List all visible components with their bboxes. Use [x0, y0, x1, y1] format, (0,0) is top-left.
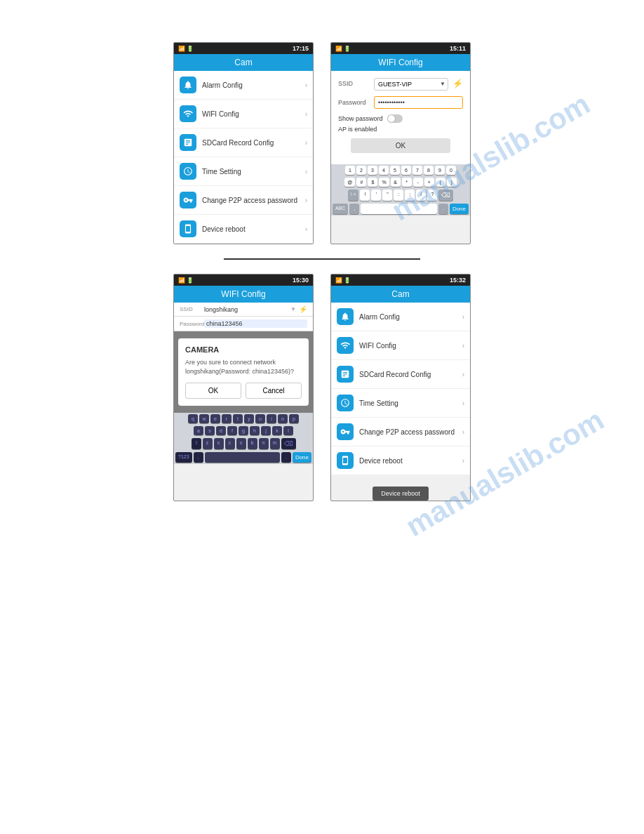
- kb-blue-m[interactable]: m: [270, 438, 280, 449]
- kb-blue-y[interactable]: y: [244, 414, 254, 423]
- menu-item-sdcard[interactable]: SDCard Record Config ›: [174, 128, 313, 157]
- kb-key-6[interactable]: 6: [401, 166, 411, 175]
- kb-key-squote[interactable]: ': [371, 190, 381, 201]
- chevron-alarm: ›: [305, 81, 307, 89]
- kb-key-done[interactable]: Done: [450, 204, 469, 214]
- kb-key-5[interactable]: 5: [390, 166, 400, 175]
- kb-blue-period[interactable]: .: [281, 452, 291, 463]
- kb-key-abc[interactable]: ABC: [333, 204, 348, 214]
- kb-blue-l[interactable]: l: [283, 426, 293, 435]
- menu-item-p2p[interactable]: Change P2P access password ›: [174, 186, 313, 215]
- kb-key-plus[interactable]: +: [424, 178, 434, 187]
- kb-key-percent[interactable]: %: [379, 178, 389, 187]
- kb-blue-w[interactable]: w: [199, 414, 209, 423]
- kb-key-2[interactable]: 2: [356, 166, 366, 175]
- kb-blue-shift[interactable]: ⇧: [192, 438, 201, 449]
- kb-key-4[interactable]: 4: [379, 166, 389, 175]
- kb-blue-c[interactable]: c: [225, 438, 235, 449]
- kb-key-dquote[interactable]: ": [382, 190, 392, 201]
- kb-blue-space[interactable]: [205, 452, 280, 463]
- dialog-ok-button[interactable]: OK: [185, 383, 241, 399]
- kb-key-at[interactable]: @: [344, 178, 355, 187]
- menu-item-p2p-4[interactable]: Change P2P access password ›: [331, 418, 470, 446]
- kb-blue-p[interactable]: p: [289, 414, 299, 423]
- kb-key-7[interactable]: 7: [412, 166, 422, 175]
- menu-item-time[interactable]: Time Setting ›: [174, 157, 313, 186]
- ssid-dropdown[interactable]: GUEST-VIP: [374, 78, 448, 91]
- kb-blue-o[interactable]: o: [278, 414, 288, 423]
- kb-key-comma[interactable]: ,: [349, 204, 359, 214]
- kb-key-colon[interactable]: :: [394, 190, 403, 201]
- kb-blue-x[interactable]: x: [214, 438, 224, 449]
- kb-key-slash[interactable]: /: [416, 190, 426, 201]
- status-time-3: 15:30: [293, 277, 309, 284]
- kb-blue-e[interactable]: e: [210, 414, 220, 423]
- charge-icon-3: ⚡: [299, 305, 307, 313]
- dialog-cancel-button[interactable]: Cancel: [246, 383, 302, 399]
- kb-key-8[interactable]: 8: [424, 166, 434, 175]
- kb-key-lparen[interactable]: (: [436, 178, 445, 187]
- kb-key-star[interactable]: *: [402, 178, 412, 187]
- kb-blue-n[interactable]: n: [259, 438, 269, 449]
- menu-item-time-4[interactable]: Time Setting ›: [331, 389, 470, 418]
- battery-icon-3: 🔋: [187, 277, 194, 284]
- kb-blue-q[interactable]: q: [188, 414, 198, 423]
- kb-blue-backspace[interactable]: ⌫: [281, 438, 296, 449]
- show-password-toggle[interactable]: [387, 114, 403, 123]
- ssid-row: SSID GUEST-VIP ▼ ⚡: [338, 77, 463, 91]
- kb-key-0[interactable]: 0: [446, 166, 456, 175]
- kb-blue-d[interactable]: d: [216, 426, 226, 435]
- cam-title-4: Cam: [331, 286, 470, 303]
- alarm-icon-4: [337, 308, 354, 325]
- chevron-wifi: ›: [305, 110, 307, 118]
- menu-item-reboot[interactable]: Device reboot ›: [174, 215, 313, 244]
- kb-key-backslash[interactable]: \ <: [348, 190, 359, 201]
- kb-blue-b[interactable]: b: [248, 438, 257, 449]
- kb-key-minus[interactable]: -: [413, 178, 423, 187]
- chevron-reboot-4: ›: [462, 457, 464, 465]
- kb-blue-a[interactable]: a: [194, 426, 203, 435]
- kb-blue-h[interactable]: h: [250, 426, 260, 435]
- kb-key-semicolon[interactable]: ;: [405, 190, 415, 201]
- refresh-icon[interactable]: ⚡: [452, 79, 463, 88]
- kb-key-3[interactable]: 3: [368, 166, 377, 175]
- menu-item-wifi[interactable]: WIFI Config ›: [174, 100, 313, 128]
- kb-blue-num[interactable]: ?123: [175, 452, 192, 463]
- kb-key-period[interactable]: .: [438, 204, 448, 214]
- kb-key-rparen[interactable]: ): [447, 178, 457, 187]
- kb-blue-f[interactable]: f: [227, 426, 237, 435]
- kb-blue-u[interactable]: u: [255, 414, 265, 423]
- kb-blue-g[interactable]: g: [239, 426, 248, 435]
- menu-item-reboot-4[interactable]: Device reboot ›: [331, 446, 470, 475]
- kb-blue-z[interactable]: z: [203, 438, 213, 449]
- kb-blue-comma[interactable]: ,: [194, 452, 203, 463]
- screen-wifi-config: 📶 🔋 15:11 WIFI Config SSID GUEST-VIP: [330, 42, 471, 244]
- password-input[interactable]: [374, 96, 463, 109]
- kb-blue-r[interactable]: r: [222, 414, 232, 423]
- kb-blue-done[interactable]: Done: [293, 452, 311, 463]
- device-reboot-button[interactable]: Device reboot: [373, 486, 429, 501]
- kb-key-dollar[interactable]: $: [368, 178, 377, 187]
- kb-key-1[interactable]: 1: [345, 166, 355, 175]
- kb-blue-s[interactable]: s: [205, 426, 215, 435]
- menu-item-sdcard-4[interactable]: SDCard Record Config ›: [331, 360, 470, 389]
- menu-item-wifi-4[interactable]: WIFI Config ›: [331, 331, 470, 360]
- kb-key-amp[interactable]: &: [391, 178, 401, 187]
- kb-blue-j[interactable]: j: [261, 426, 271, 435]
- kb-blue-i[interactable]: i: [267, 414, 276, 423]
- kb-key-question[interactable]: ?: [427, 190, 437, 201]
- wifi-config-form-3: SSID longshikang ▼ ⚡ Password china12345…: [174, 303, 313, 464]
- kb-key-exclaim[interactable]: !: [360, 190, 370, 201]
- kb-key-backspace[interactable]: ⌫: [438, 190, 453, 201]
- time-setting-label-4: Time Setting: [359, 399, 462, 407]
- kb-blue-k[interactable]: k: [272, 426, 282, 435]
- kb-key-space[interactable]: [361, 204, 436, 214]
- wifi-title-3: WIFI Config: [174, 286, 313, 303]
- kb-key-9[interactable]: 9: [435, 166, 445, 175]
- kb-blue-t[interactable]: t: [233, 414, 243, 423]
- kb-key-hash[interactable]: #: [356, 178, 366, 187]
- kb-blue-v[interactable]: v: [236, 438, 246, 449]
- menu-item-alarm-4[interactable]: Alarm Config ›: [331, 303, 470, 331]
- ok-button-wifi[interactable]: OK: [351, 138, 450, 153]
- menu-item-alarm[interactable]: Alarm Config ›: [174, 71, 313, 100]
